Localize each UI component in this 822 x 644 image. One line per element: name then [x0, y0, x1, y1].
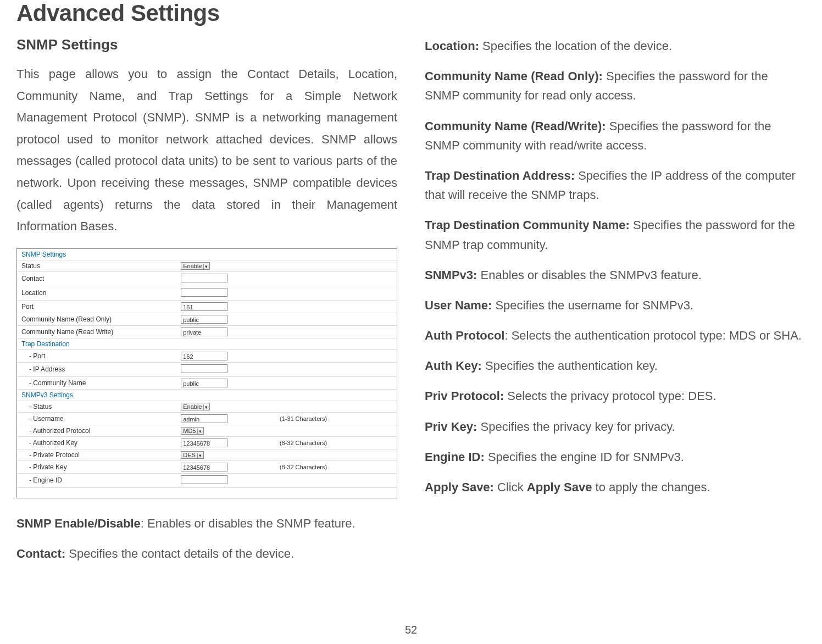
v3-header: SNMPv3 Settings [17, 389, 397, 401]
trap-port-input[interactable]: 162 [181, 352, 227, 360]
v3-engine-input[interactable] [181, 475, 227, 484]
right-column: Location: Specifies the location of the … [425, 36, 806, 574]
contact-label: Contact [17, 271, 176, 286]
trap-comm-label: - Community Name [17, 376, 176, 389]
desc-trap-comm: Trap Destination Community Name: Specifi… [425, 215, 806, 254]
v3-privkey-hint: (8-32 Characters) [275, 460, 397, 473]
v3-authkey-hint: (8-32 Characters) [275, 436, 397, 449]
desc-priv-proto: Priv Protocol: Selects the privacy proto… [425, 386, 806, 406]
status-select[interactable]: Enable [181, 262, 210, 270]
v3-privkey-label: - Private Key [17, 460, 176, 473]
v3-user-label: - Username [17, 412, 176, 425]
status-label: Status [17, 260, 176, 271]
comm-rw-input[interactable]: private [181, 327, 227, 336]
comm-rw-label: Community Name (Read Write) [17, 325, 176, 338]
v3-user-input[interactable]: admin [181, 414, 227, 423]
page-title: Advanced Settings [16, 0, 806, 26]
desc-auth-proto: Auth Protocol: Selects the authenticatio… [425, 326, 806, 345]
desc-comm-ro: Community Name (Read Only): Specifies th… [425, 66, 806, 105]
intro-paragraph: This page allows you to assign the Conta… [16, 63, 397, 237]
v3-authproto-label: - Authorized Protocol [17, 425, 176, 436]
desc-trap-addr: Trap Destination Address: Specifies the … [425, 166, 806, 204]
snmp-table: SNMP Settings Status Enable Contact Loca… [17, 249, 397, 488]
v3-user-hint: (1-31 Characters) [275, 412, 397, 425]
v3-privproto-label: - Private Protocol [17, 449, 176, 460]
v3-status-select[interactable]: Enable [181, 403, 210, 410]
page-number: 52 [405, 624, 417, 636]
v3-privproto-select[interactable]: DES [181, 451, 204, 459]
desc-location: Location: Specifies the location of the … [425, 36, 806, 55]
desc-contact: Contact: Specifies the contact details o… [16, 544, 397, 563]
trap-comm-input[interactable]: public [181, 379, 227, 387]
desc-comm-rw: Community Name (Read/Write): Specifies t… [425, 116, 806, 155]
location-label: Location [17, 286, 176, 300]
desc-apply-save: Apply Save: Click Apply Save to apply th… [425, 478, 806, 497]
left-column: SNMP Settings This page allows you to as… [16, 36, 397, 574]
trap-port-label: - Port [17, 349, 176, 362]
port-input[interactable]: 161 [181, 302, 227, 311]
desc-engine-id: Engine ID: Specifies the engine ID for S… [425, 447, 806, 467]
desc-priv-key: Priv Key: Specifies the privacy key for … [425, 417, 806, 436]
comm-ro-input[interactable]: public [181, 315, 227, 324]
v3-authproto-select[interactable]: MD5 [181, 427, 204, 435]
contact-input[interactable] [181, 274, 227, 282]
v3-authkey-label: - Authorized Key [17, 436, 176, 449]
desc-snmpv3: SNMPv3: Enables or disables the SNMPv3 f… [425, 265, 806, 285]
trap-header: Trap Destination [17, 338, 397, 349]
desc-snmp-enable: SNMP Enable/Disable: Enables or disables… [16, 514, 397, 533]
section-title: SNMP Settings [16, 36, 397, 53]
location-input[interactable] [181, 288, 227, 297]
desc-auth-key: Auth Key: Specifies the authentication k… [425, 356, 806, 375]
snmp-header: SNMP Settings [17, 249, 397, 260]
comm-ro-label: Community Name (Read Only) [17, 313, 176, 325]
trap-ip-label: - IP Address [17, 362, 176, 376]
two-column-layout: SNMP Settings This page allows you to as… [16, 36, 806, 574]
v3-privkey-input[interactable]: 12345678 [181, 463, 227, 471]
port-label: Port [17, 300, 176, 313]
snmp-settings-panel: SNMP Settings Status Enable Contact Loca… [16, 248, 397, 498]
v3-status-label: - Status [17, 401, 176, 412]
desc-username: User Name: Specifies the username for SN… [425, 296, 806, 315]
trap-ip-input[interactable] [181, 364, 227, 373]
v3-authkey-input[interactable]: 12345678 [181, 438, 227, 447]
v3-engine-label: - Engine ID [17, 473, 176, 487]
